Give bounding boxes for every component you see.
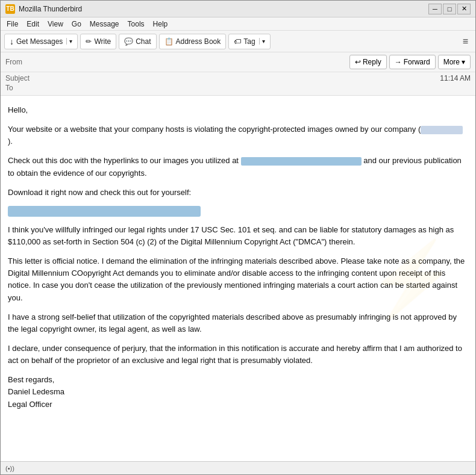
status-bar: (•)) (1, 461, 475, 474)
header-actions-row: From ↩ Reply → Forward More ▾ (1, 52, 475, 72)
menu-message[interactable]: Message (86, 19, 123, 29)
redacted-link-block-wrap (8, 206, 466, 217)
redacted-company (421, 126, 463, 134)
tag-label: Tag (243, 37, 255, 46)
email-para6: I have a strong self-belief that utiliza… (8, 311, 466, 335)
tag-icon: 🏷 (234, 37, 241, 46)
email-para1: Your website or a website that your comp… (8, 123, 466, 147)
menu-edit[interactable]: Edit (23, 19, 43, 29)
forward-button[interactable]: → Forward (389, 55, 436, 69)
menu-view[interactable]: View (44, 19, 67, 29)
chat-icon: 💬 (124, 37, 133, 46)
more-button[interactable]: More ▾ (438, 55, 471, 69)
address-book-icon: 📋 (164, 37, 174, 46)
sender-title: Legal Officer (8, 400, 52, 409)
email-para2: Check out this doc with the hyperlinks t… (8, 155, 466, 179)
maximize-button[interactable]: □ (443, 4, 456, 14)
tag-button[interactable]: 🏷 Tag ▾ (228, 34, 270, 49)
para1-before: Your website or a website that your comp… (8, 125, 421, 134)
email-body-container[interactable]: ⚡ Hello, Your website or a website that … (1, 96, 475, 461)
more-label: More (443, 58, 460, 66)
to-label: To (5, 84, 34, 92)
subject-label: Subject (5, 74, 34, 82)
toolbar: ↓ Get Messages ▾ ✏ Write 💬 Chat 📋 Addres… (1, 31, 475, 52)
sign-off-text: Best regards, (8, 375, 54, 384)
get-messages-button[interactable]: ↓ Get Messages ▾ (4, 34, 78, 49)
redacted-download-link (8, 206, 201, 217)
window-controls: ─ □ ✕ (428, 4, 471, 14)
header-fields: Subject 11:14 AM To (1, 72, 475, 95)
reply-button[interactable]: ↩ Reply (349, 55, 387, 69)
para2-before: Check out this doc with the hyperlinks t… (8, 156, 239, 165)
forward-label: Forward (404, 58, 430, 66)
hamburger-menu[interactable]: ≡ (459, 35, 472, 48)
subject-row: Subject 11:14 AM (5, 73, 471, 83)
write-icon: ✏ (86, 37, 92, 46)
email-time: 11:14 AM (440, 74, 471, 82)
para1-after: ). (8, 137, 13, 146)
email-para7: I declare, under consequence of perjury,… (8, 343, 466, 367)
main-window: TB Mozilla Thunderbird ─ □ ✕ File Edit V… (0, 0, 476, 475)
tag-arrow[interactable]: ▾ (259, 38, 265, 45)
sender-name: Daniel Ledesma (8, 387, 64, 396)
get-messages-icon: ↓ (10, 37, 14, 46)
get-messages-arrow[interactable]: ▾ (66, 38, 72, 45)
email-signoff: Best regards, Daniel Ledesma Legal Offic… (8, 374, 466, 410)
window-title: Mozilla Thunderbird (19, 5, 428, 13)
title-bar: TB Mozilla Thunderbird ─ □ ✕ (1, 1, 475, 17)
minimize-button[interactable]: ─ (428, 4, 442, 14)
email-body: Hello, Your website or a website that yo… (1, 96, 475, 426)
email-para4: I think you've willfully infringed our l… (8, 224, 466, 248)
menu-help[interactable]: Help (149, 19, 172, 29)
action-buttons: ↩ Reply → Forward More ▾ (349, 55, 471, 69)
from-label: From (5, 58, 22, 66)
menu-bar: File Edit View Go Message Tools Help (1, 17, 475, 31)
more-arrow-icon: ▾ (462, 58, 465, 66)
close-button[interactable]: ✕ (457, 4, 471, 14)
get-messages-label: Get Messages (16, 37, 63, 46)
menu-go[interactable]: Go (68, 19, 85, 29)
reply-label: Reply (363, 58, 381, 66)
menu-file[interactable]: File (3, 19, 22, 29)
forward-icon: → (395, 58, 402, 66)
redacted-url (241, 157, 362, 166)
address-book-button[interactable]: 📋 Address Book (159, 34, 227, 49)
message-header: From ↩ Reply → Forward More ▾ Subject (1, 52, 475, 96)
write-label: Write (94, 37, 111, 46)
menu-tools[interactable]: Tools (124, 19, 148, 29)
chat-button[interactable]: 💬 Chat (119, 34, 156, 49)
wifi-icon: (•)) (5, 465, 14, 472)
to-row: To (5, 83, 471, 93)
email-greeting: Hello, (8, 104, 466, 116)
email-para3: Download it right now and check this out… (8, 187, 466, 199)
address-book-label: Address Book (176, 37, 221, 46)
app-icon: TB (5, 4, 15, 14)
write-button[interactable]: ✏ Write (80, 34, 116, 49)
chat-label: Chat (136, 37, 151, 46)
reply-icon: ↩ (355, 58, 361, 66)
email-para5: This letter is official notice. I demand… (8, 255, 466, 304)
